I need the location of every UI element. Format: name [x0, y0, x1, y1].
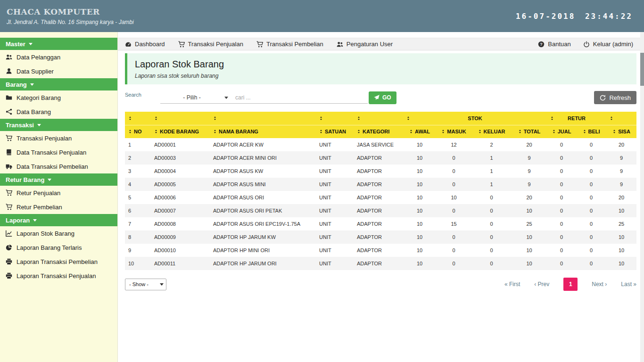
pagination-last[interactable]: Last » [621, 281, 636, 288]
show-select[interactable]: - Show - [125, 279, 166, 290]
th-no[interactable]: NO [125, 125, 151, 138]
user-icon [6, 68, 12, 74]
th-awal[interactable]: AWAL [403, 125, 436, 138]
vertical-scrollbar[interactable] [640, 32, 644, 362]
section-label: Retur Barang [6, 176, 44, 183]
cell-kategori: ADAPTOR [354, 151, 403, 165]
th-total[interactable]: TOTAL [512, 125, 547, 138]
th-sort-no[interactable] [125, 112, 151, 125]
sidebar-item-laporan-stok-barang[interactable]: Laporan Stok Barang [0, 226, 117, 240]
th-sort-nama[interactable] [210, 112, 316, 125]
sidebar-item-data-supplier[interactable]: Data Supplier [0, 64, 117, 78]
cell-awal: 10 [403, 191, 436, 204]
cell-jual: 0 [547, 178, 576, 191]
th-masuk[interactable]: MASUK [436, 125, 471, 138]
cell-keluar: 0 [471, 204, 512, 217]
sidebar-section-laporan[interactable]: Laporan [0, 214, 117, 226]
pagination-next[interactable]: Next › [592, 281, 607, 288]
th-sisa[interactable]: SISA [606, 125, 636, 138]
cell-awal: 10 [403, 165, 436, 178]
th-satuan[interactable]: SATUAN [316, 125, 354, 138]
sort-icon [154, 116, 158, 121]
sidebar-item-retur-penjualan[interactable]: Retur Penjualan [0, 186, 117, 200]
sidebar-item-laporan-barang-terlaris[interactable]: Laporan Barang Terlaris [0, 240, 117, 255]
cell-kategori: ADAPTOR [354, 204, 403, 217]
cell-masuk: 0 [436, 244, 471, 257]
sidebar-item-data-pelanggan[interactable]: Data Pelanggan [0, 50, 117, 64]
th-sort-kategori[interactable] [354, 112, 403, 125]
search-input[interactable] [231, 91, 368, 104]
sidebar-item-laporan-transaksi-penjualan[interactable]: Laporan Transaksi Penjualan [0, 269, 117, 283]
cell-no: 4 [125, 178, 151, 191]
nav-keluar[interactable]: Keluar (admin) [583, 41, 633, 48]
nav-transaksi-penjualan[interactable]: Transaksi Penjualan [178, 41, 243, 48]
cell-awal: 10 [403, 138, 436, 151]
brand: CHACA KOMPUTER Jl. Jendral A. Thalib No.… [7, 7, 134, 25]
cell-jual: 0 [547, 165, 576, 178]
go-button[interactable]: GO [369, 91, 396, 104]
th-group-stok[interactable]: STOK [403, 112, 547, 125]
th-nama-barang[interactable]: NAMA BARANG [210, 125, 316, 138]
sort-icon [552, 129, 556, 134]
th-sort-kode[interactable] [151, 112, 210, 125]
caret-down-icon [48, 179, 51, 181]
sort-icon [357, 116, 361, 121]
th-group-retur[interactable]: RETUR [547, 112, 606, 125]
sidebar-section-barang[interactable]: Barang [0, 78, 117, 90]
cell-keluar: 0 [471, 230, 512, 244]
sidebar-item-laporan-transaksi-pembelian[interactable]: Laporan Transaksi Pembelian [0, 255, 117, 269]
cell-no: 2 [125, 151, 151, 165]
cell-no: 3 [125, 165, 151, 178]
sidebar-item-data-transaksi-pembelian[interactable]: Data Transaksi Pembelian [0, 159, 117, 173]
pagination-prev[interactable]: ‹ Prev [534, 281, 549, 288]
sort-icon [409, 129, 413, 134]
cell-no: 7 [125, 217, 151, 230]
sidebar-item-label: Laporan Barang Terlaris [17, 244, 82, 251]
cell-jual: 0 [547, 138, 576, 151]
nav-bantuan[interactable]: Bantuan [538, 41, 570, 48]
th-sort-satuan[interactable] [316, 112, 354, 125]
th-jual[interactable]: JUAL [547, 125, 576, 138]
scrollbar-thumb[interactable] [640, 53, 644, 86]
sidebar-section-retur-barang[interactable]: Retur Barang [0, 173, 117, 186]
pagination-page-1[interactable]: 1 [563, 278, 578, 291]
column-label: BELI [588, 129, 600, 134]
refresh-button[interactable]: Refresh [594, 91, 636, 104]
filter-select[interactable]: - Pilih - [160, 91, 231, 104]
cell-awal: 10 [403, 230, 436, 244]
th-sort-sisa[interactable] [606, 112, 636, 125]
sidebar-section-master[interactable]: Master [0, 38, 117, 50]
column-label: KODE BARANG [160, 129, 199, 134]
sidebar-item-retur-pembelian[interactable]: Retur Pembelian [0, 200, 117, 214]
cell-no: 10 [125, 257, 151, 270]
cell-kode: AD00001 [151, 138, 210, 151]
sort-icon [406, 116, 410, 121]
sort-icon [478, 129, 482, 134]
sidebar-item-kategori-barang[interactable]: Kategori Barang [0, 90, 117, 105]
cell-jual: 0 [547, 230, 576, 244]
column-label: AWAL [415, 129, 430, 134]
cart-icon [256, 41, 263, 48]
sort-icon [583, 129, 586, 134]
th-keluar[interactable]: KELUAR [471, 125, 512, 138]
sort-icon [213, 129, 217, 134]
refresh-icon [600, 95, 606, 101]
sidebar-item-data-transaksi-penjualan[interactable]: Data Transaksi Penjualan [0, 145, 117, 159]
cell-satuan: UNIT [316, 204, 354, 217]
th-kode-barang[interactable]: KODE BARANG [151, 125, 210, 138]
nav-label: Pengaturan User [347, 41, 393, 48]
nav-dashboard[interactable]: Dashboard [125, 41, 165, 48]
sidebar-section-transaksi[interactable]: Transaksi [0, 119, 117, 131]
pagination-first[interactable]: « First [504, 281, 520, 288]
print-icon [6, 272, 12, 279]
cell-nama: ADAPTOR HP MINI ORI [210, 244, 316, 257]
sidebar-item-transaksi-penjualan[interactable]: Transaksi Penjualan [0, 131, 117, 145]
nav-transaksi-pembelian[interactable]: Transaksi Pembelian [256, 41, 323, 48]
sort-icon [612, 129, 616, 134]
th-kategori[interactable]: KATEGORI [354, 125, 403, 138]
refresh-button-label: Refresh [609, 94, 631, 101]
sidebar-item-data-barang[interactable]: Data Barang [0, 105, 117, 119]
nav-label: Transaksi Penjualan [188, 41, 243, 48]
th-beli[interactable]: BELI [576, 125, 606, 138]
nav-pengaturan-user[interactable]: Pengaturan User [337, 41, 393, 48]
